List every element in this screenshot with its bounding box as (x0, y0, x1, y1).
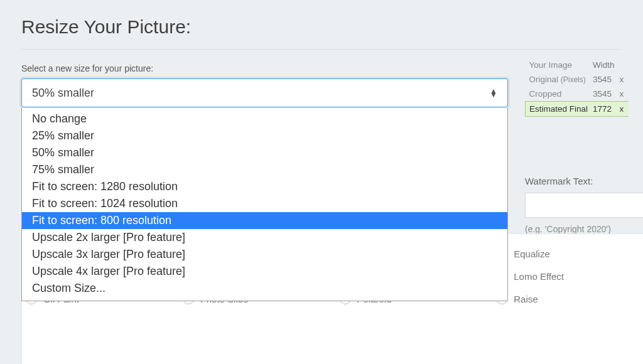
effect-label: Lomo Effect (514, 271, 564, 282)
watermark-input[interactable] (525, 193, 643, 218)
resize-dropdown[interactable]: No change25% smaller50% smaller75% small… (21, 108, 508, 301)
info-row: Estimated Final1772x (526, 102, 629, 117)
watermark-hint: (e.g. 'Copyright 2020') (525, 224, 643, 234)
resize-option[interactable]: Custom Size... (22, 280, 507, 297)
info-row: Cropped3545x (526, 87, 629, 102)
resize-option[interactable]: Upscale 4x larger [Pro feature] (22, 263, 507, 280)
caret-updown-icon: ▲▼ (490, 89, 497, 97)
resize-select-label: Select a new size for your picture: (21, 63, 508, 73)
resize-select[interactable]: 50% smaller ▲▼ No change25% smaller50% s… (21, 78, 508, 107)
watermark-panel: Watermark Text: (e.g. 'Copyright 2020') (525, 176, 643, 234)
effect-label: Equalize (514, 249, 550, 259)
resize-option[interactable]: 75% smaller (22, 161, 507, 178)
resize-option[interactable]: Upscale 2x larger [Pro feature] (22, 229, 507, 246)
info-col-image: Your Image (526, 58, 593, 72)
resize-option[interactable]: Upscale 3x larger [Pro feature] (22, 246, 507, 263)
info-col-width: Width (593, 58, 620, 72)
effect-label: Raise (514, 294, 538, 304)
effect-option[interactable]: Raise (492, 293, 643, 304)
resize-option[interactable]: Fit to screen: 1024 resolution (22, 195, 507, 212)
resize-select-value: 50% smaller (32, 87, 94, 100)
resize-option[interactable]: Fit to screen: 800 resolution (22, 212, 507, 229)
resize-option[interactable]: No change (22, 110, 507, 127)
resize-option[interactable]: 50% smaller (22, 144, 507, 161)
info-row: Original (Pixels)3545x (526, 72, 629, 87)
effect-option[interactable]: Equalize (492, 248, 643, 259)
divider (21, 49, 622, 50)
effect-option[interactable]: Lomo Effect (492, 270, 643, 282)
page-title: Resize Your Picture: (21, 16, 622, 38)
watermark-label: Watermark Text: (525, 176, 643, 186)
resize-option[interactable]: 25% smaller (22, 127, 507, 144)
resize-option[interactable]: Fit to screen: 1280 resolution (22, 178, 507, 195)
image-info-table: Your Image Width Original (Pixels)3545xC… (525, 58, 629, 117)
resize-select-box[interactable]: 50% smaller ▲▼ (21, 78, 508, 107)
